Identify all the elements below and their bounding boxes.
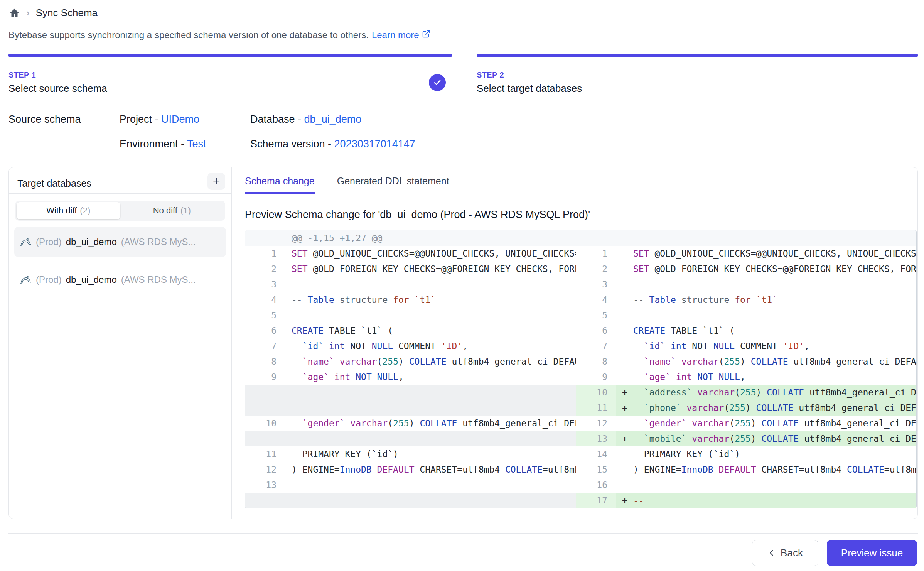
source-field-schema-version: Schema version - 20230317014147 <box>250 137 415 151</box>
diff-row: 12) ENGINE=InnoDB DEFAULT CHARSET=utf8mb… <box>245 462 916 477</box>
right-line-number: 17 <box>576 493 616 508</box>
left-code-cell <box>285 493 576 508</box>
right-code-cell: `gender` varchar(255) COLLATE utf8mb4_ge… <box>633 416 916 431</box>
code-token <box>292 356 302 367</box>
added-line-marker <box>616 277 633 292</box>
diff-row: 3--3-- <box>245 277 916 292</box>
code-token: @OLD_UNIQUE_CHECKS=@@UNIQUE_CHECKS, UNIQ… <box>308 248 576 258</box>
external-link-icon <box>422 29 431 41</box>
source-field-value-link[interactable]: db_ui_demo <box>304 113 362 125</box>
code-token: 255 <box>735 434 751 444</box>
right-code-cell: `age` int NOT NULL, <box>633 369 916 385</box>
add-target-database-button[interactable]: + <box>207 173 225 190</box>
code-token: , <box>740 372 745 382</box>
left-line-number <box>245 400 285 416</box>
target-tab-with-diff[interactable]: With diff(2) <box>17 202 120 219</box>
tab-schema-change[interactable]: Schema change <box>245 175 315 194</box>
code-token: 'ID' <box>783 341 804 351</box>
code-token <box>292 372 302 382</box>
added-line-marker: + <box>616 400 633 416</box>
code-token: CREATE <box>292 326 324 336</box>
target-item-name: db_ui_demo <box>66 237 117 247</box>
right-line-number: 5 <box>576 307 616 323</box>
intro-description: Bytebase supports synchronizing a specif… <box>8 29 369 41</box>
code-token: NOT <box>345 341 371 351</box>
left-code-cell: `name` varchar(255) COLLATE utf8mb4_gene… <box>285 354 576 369</box>
code-token: InnoDB <box>681 465 713 475</box>
source-field-value-link[interactable]: UIDemo <box>161 113 199 125</box>
diff-added-row: 17+-- <box>245 493 916 508</box>
code-token: utf8mb4_general_ci DEFAULT NULL, <box>793 403 916 413</box>
right-code-cell: -- Table structure for `t1` <box>633 292 916 307</box>
learn-more-link[interactable]: Learn more <box>372 29 431 41</box>
code-token: @@ -1,15 +1,27 @@ <box>292 233 382 243</box>
code-token: ( <box>388 418 393 428</box>
code-token: ) <box>751 418 762 428</box>
target-item-environment: (Prod) <box>36 274 62 285</box>
right-line-number: 16 <box>576 477 616 493</box>
schema-diff-panel: Schema changeGenerated DDL statement Pre… <box>232 167 917 519</box>
code-token: SET <box>633 264 649 274</box>
source-field-value-link[interactable]: Test <box>187 138 206 150</box>
left-code-cell <box>285 431 576 446</box>
code-token: utf8mb4_general_ci DEFAULT NULL, <box>799 418 916 428</box>
code-token: , <box>462 341 468 351</box>
home-icon[interactable] <box>8 7 20 19</box>
chevron-left-icon <box>767 549 776 557</box>
diff-row: 1316 <box>245 477 916 493</box>
code-token: -- <box>633 310 644 320</box>
intro-text: Bytebase supports synchronizing a specif… <box>8 29 918 41</box>
left-code-cell: CREATE TABLE `t1` ( <box>285 323 576 338</box>
code-token: SET <box>292 264 308 274</box>
code-token: ( <box>729 434 735 444</box>
code-token: for `t1` <box>735 295 777 305</box>
right-code-cell <box>633 477 916 493</box>
tab-generated-ddl-statement[interactable]: Generated DDL statement <box>337 175 449 194</box>
code-token: PRIMARY KEY (`id`) <box>633 449 740 459</box>
source-fields: Project - UIDemoDatabase - db_ui_demoEnv… <box>120 112 415 151</box>
page-title: Sync Schema <box>36 7 98 19</box>
diff-row: 9 `age` int NOT NULL,9 `age` int NOT NUL… <box>245 369 916 385</box>
code-token: DEFAULT <box>377 465 415 475</box>
code-token: `id` int <box>302 341 345 351</box>
code-token: COLLATE <box>847 465 884 475</box>
code-token: COLLATE <box>420 418 457 428</box>
target-tab-no-diff[interactable]: No diff(1) <box>120 202 224 219</box>
code-token: for `t1` <box>393 295 436 305</box>
right-code-cell: -- <box>633 493 916 508</box>
target-database-item-1[interactable]: (Prod)db_ui_demo(AWS RDS MyS... <box>14 227 226 257</box>
back-button-label: Back <box>781 547 803 559</box>
right-code-cell: `address` varchar(255) COLLATE utf8mb4_g… <box>633 385 916 400</box>
code-token <box>686 434 692 444</box>
code-token: COLLATE <box>761 418 799 428</box>
code-token <box>633 356 644 367</box>
code-token: DEFAULT <box>719 465 756 475</box>
code-token: `gender` varchar <box>302 418 388 428</box>
code-token: ) <box>745 403 756 413</box>
target-tab-label: With diff <box>46 206 77 216</box>
code-token: -- <box>633 279 644 289</box>
added-line-marker: + <box>616 493 633 508</box>
added-line-marker: + <box>616 385 633 400</box>
target-database-item-2[interactable]: (Prod)db_ui_demo(AWS RDS MyS... <box>14 265 226 295</box>
back-button[interactable]: Back <box>752 540 818 566</box>
left-code-cell: -- <box>285 277 576 292</box>
left-code-cell: `id` int NOT NULL COMMENT 'ID', <box>285 338 576 354</box>
right-line-number: 1 <box>576 246 616 261</box>
source-field-value-link[interactable]: 20230317014147 <box>334 138 415 150</box>
added-line-marker <box>616 292 633 307</box>
code-token: 255 <box>393 418 409 428</box>
diff-row: 6CREATE TABLE `t1` (6CREATE TABLE `t1` ( <box>245 323 916 338</box>
left-code-cell: `age` int NOT NULL, <box>285 369 576 385</box>
code-token: ) <box>751 434 762 444</box>
left-code-cell: -- <box>285 307 576 323</box>
code-token: utf8mb4_general_ci DEFAULT NULL, <box>788 356 916 367</box>
source-schema-label: Source schema <box>8 112 120 151</box>
left-line-number: 8 <box>245 354 285 369</box>
mysql-icon <box>20 236 32 248</box>
code-token <box>692 387 697 397</box>
code-token: COLLATE <box>751 356 788 367</box>
diff-row: 11 PRIMARY KEY (`id`)14 PRIMARY KEY (`id… <box>245 446 916 462</box>
preview-issue-button[interactable]: Preview issue <box>827 540 917 566</box>
right-code-cell <box>633 230 916 246</box>
